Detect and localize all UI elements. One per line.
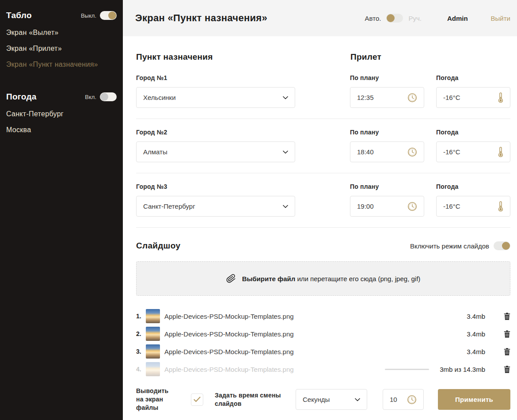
temp3-field xyxy=(436,196,510,217)
file-list: 1. Apple-Devices-PSD-Mockup-Templates.pn… xyxy=(136,307,510,378)
file-index: 3. xyxy=(136,348,146,355)
temp2-input[interactable] xyxy=(443,148,498,156)
display-files-label: Выводить на экран файлы xyxy=(136,387,186,412)
file-index: 4. xyxy=(136,366,146,373)
temp1-input[interactable] xyxy=(443,94,498,101)
sidebar-section-tablo: Табло Выкл. Экран «Вылет» Экран «Прилет»… xyxy=(6,11,117,73)
trash-icon[interactable] xyxy=(504,366,510,373)
slide-interval-label: Задать время смены слайдов xyxy=(215,391,282,408)
choose-file-label: Выбирите файл xyxy=(242,275,296,283)
display-files-checkbox[interactable] xyxy=(191,393,203,406)
thermometer-icon xyxy=(498,201,503,212)
chevron-down-icon xyxy=(283,96,288,99)
auto-mode-label: Авто. xyxy=(365,15,381,22)
file-name: Apple-Devices-PSD-Mockup-Templates.png xyxy=(164,348,459,355)
city3-label: Город №3 xyxy=(136,183,295,190)
sidebar-item-arrival-screen[interactable]: Экран «Прилет» xyxy=(6,41,117,57)
sidebar-section-title-tablo: Табло xyxy=(6,11,32,20)
time1-input[interactable] xyxy=(357,94,407,101)
sidebar: Табло Выкл. Экран «Вылет» Экран «Прилет»… xyxy=(0,0,123,420)
file-index: 1. xyxy=(136,313,146,320)
sidebar-item-moscow[interactable]: Москва xyxy=(6,122,117,138)
interval-value-field xyxy=(383,389,424,410)
paperclip-icon xyxy=(226,273,236,284)
slideshow-section-title: Слайдшоу xyxy=(136,241,180,251)
upload-progress-text: 3mb из 14.3mb xyxy=(440,366,485,373)
file-row: 2. Apple-Devices-PSD-Mockup-Templates.pn… xyxy=(136,325,510,343)
file-size: 3.4mb xyxy=(459,313,485,320)
destination-row: Город №1 Хельсинки По плану Погода xyxy=(136,74,510,108)
time3-field xyxy=(350,196,424,217)
time3-input[interactable] xyxy=(357,202,407,210)
sidebar-item-departure-screen[interactable]: Экран «Вылет» xyxy=(6,25,117,41)
file-name: Apple-Devices-PSD-Mockup-Templates.png xyxy=(164,313,459,320)
destination-row: Город №3 Санкт-Петербург По плану Погода xyxy=(136,183,510,217)
time2-input[interactable] xyxy=(357,148,407,156)
city2-value: Алматы xyxy=(143,148,167,156)
file-row-uploading: 4. Apple-Devices-PSD-Mockup-Templates.pn… xyxy=(136,360,510,378)
file-thumbnail xyxy=(146,344,160,359)
file-row: 3. Apple-Devices-PSD-Mockup-Templates.pn… xyxy=(136,343,510,360)
interval-value-input[interactable] xyxy=(390,396,407,403)
divider xyxy=(136,227,510,228)
interval-units-select[interactable]: Секунды xyxy=(296,389,367,410)
file-thumbnail xyxy=(146,362,160,376)
file-name: Apple-Devices-PSD-Mockup-Templates.png xyxy=(164,366,385,373)
plan1-label: По плану xyxy=(350,74,424,81)
file-index: 2. xyxy=(136,330,146,337)
user-name: Admin xyxy=(447,15,468,22)
apply-button[interactable]: Применить xyxy=(438,389,510,410)
file-size: 3.4mb xyxy=(459,330,485,338)
plan3-label: По плану xyxy=(350,183,424,190)
divider xyxy=(136,173,510,173)
chevron-down-icon xyxy=(283,150,288,154)
interval-units-value: Секунды xyxy=(303,396,330,403)
slideshow-toggle-label: Включить режим слайдов xyxy=(410,242,489,250)
city1-value: Хельсинки xyxy=(143,94,176,101)
arrival-section-title: Прилет xyxy=(350,52,381,62)
auto-manual-toggle[interactable] xyxy=(386,14,403,23)
page-title: Экран «Пункт назначения» xyxy=(135,12,267,24)
city1-select[interactable]: Хельсинки xyxy=(136,87,295,108)
chevron-down-icon xyxy=(355,398,360,401)
time1-field xyxy=(350,87,424,108)
divider xyxy=(136,118,510,119)
manual-mode-label: Руч. xyxy=(408,15,422,22)
trash-icon[interactable] xyxy=(504,313,510,320)
city1-label: Город №1 xyxy=(136,74,295,81)
temp1-field xyxy=(436,87,510,108)
temp3-input[interactable] xyxy=(443,202,498,210)
weather2-label: Погода xyxy=(436,129,510,136)
thermometer-icon xyxy=(498,147,503,157)
destination-row: Город №2 Алматы По плану Погода xyxy=(136,129,510,162)
main-content: Пункт назначения Прилет Город №1 Хельсин… xyxy=(123,36,517,420)
time2-field xyxy=(350,141,424,162)
plan2-label: По плану xyxy=(350,129,424,136)
logout-link[interactable]: Выйти xyxy=(491,15,510,22)
chevron-down-icon xyxy=(283,205,288,208)
city2-label: Город №2 xyxy=(136,129,295,136)
trash-icon[interactable] xyxy=(504,330,510,338)
weather-toggle-label: Вкл. xyxy=(85,94,96,100)
sidebar-item-destination-screen[interactable]: Экран «Пункт назначения» xyxy=(6,57,117,73)
weather3-label: Погода xyxy=(436,183,510,190)
file-name: Apple-Devices-PSD-Mockup-Templates.png xyxy=(164,330,459,338)
trash-icon[interactable] xyxy=(504,348,510,355)
file-row: 1. Apple-Devices-PSD-Mockup-Templates.pn… xyxy=(136,307,510,325)
clock-icon xyxy=(407,395,417,405)
thermometer-icon xyxy=(498,92,503,103)
file-dropzone[interactable]: Выбирите файл или перетащите его сюда (p… xyxy=(136,261,510,296)
weather-toggle[interactable] xyxy=(100,92,117,101)
upload-progress-bar xyxy=(385,369,429,370)
tablo-toggle[interactable] xyxy=(100,11,117,20)
drag-here-label: или перетащите его сюда (png, jpeg, gif) xyxy=(295,275,420,283)
destination-section-title: Пункт назначения xyxy=(136,52,213,61)
city2-select[interactable]: Алматы xyxy=(136,141,295,162)
clock-icon xyxy=(407,202,417,211)
temp2-field xyxy=(436,141,510,162)
sidebar-item-spb[interactable]: Санкт-Петербург xyxy=(6,106,117,122)
city3-value: Санкт-Петербург xyxy=(143,202,195,210)
slideshow-toggle[interactable] xyxy=(494,241,510,250)
sidebar-section-weather: Погода Вкл. Санкт-Петербург Москва xyxy=(6,92,117,138)
city3-select[interactable]: Санкт-Петербург xyxy=(136,196,295,217)
